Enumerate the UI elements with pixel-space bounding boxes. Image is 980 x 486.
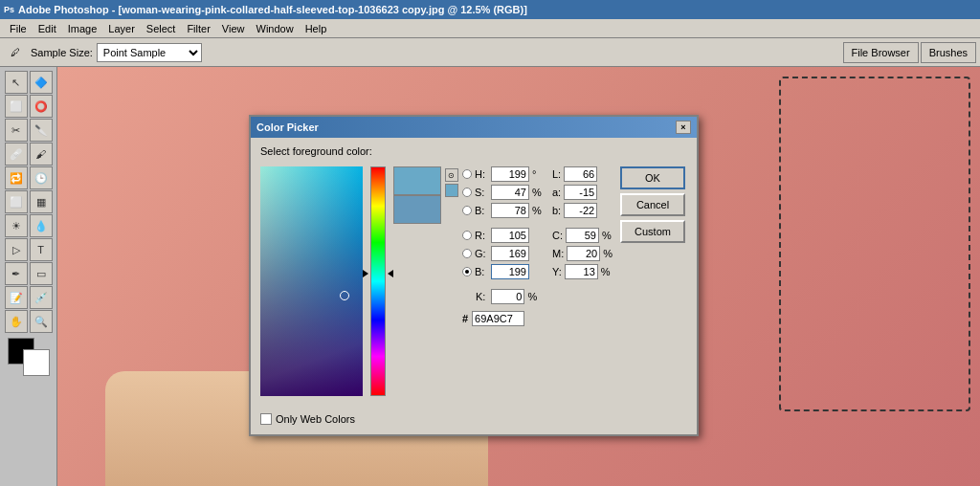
red-label: R:	[475, 230, 488, 241]
hue-field-row: H: ° L:	[462, 166, 612, 182]
hue-slider-container	[370, 166, 386, 396]
sat-input[interactable]	[491, 185, 529, 200]
hex-row: #	[462, 311, 612, 326]
menu-filter[interactable]: Filter	[181, 22, 215, 35]
tool-text[interactable]: T	[30, 238, 53, 261]
tool-gradient[interactable]: ▦	[30, 190, 53, 213]
tool-row-8: ▷ T	[5, 238, 53, 261]
tool-slice[interactable]: 🔪	[30, 119, 53, 142]
bright-input[interactable]	[491, 203, 529, 218]
tool-row-1: ↖ 🔷	[5, 71, 53, 94]
dialog-close-button[interactable]: ×	[676, 121, 691, 134]
k-input[interactable]	[491, 289, 524, 304]
canvas-area: Color Picker × Select foreground color:	[57, 67, 980, 486]
hue-arrow-left	[363, 270, 368, 277]
menu-window[interactable]: Window	[251, 22, 300, 35]
y-input[interactable]	[565, 264, 598, 279]
dialog-right-buttons: OK Cancel Custom	[620, 166, 687, 396]
title-bar: Ps Adobe Photoshop - [woman-wearing-pink…	[0, 0, 980, 19]
hue-unit: °	[532, 168, 542, 180]
tool-row-10: 📝 💉	[5, 286, 53, 309]
bright-radio[interactable]	[462, 206, 472, 215]
tool-clone[interactable]: 🔁	[5, 166, 28, 189]
menu-layer[interactable]: Layer	[102, 22, 141, 35]
red-input[interactable]	[491, 228, 529, 243]
hue-slider[interactable]	[370, 166, 386, 396]
tool-path-select[interactable]: ▷	[5, 238, 28, 261]
red-radio[interactable]	[462, 231, 472, 240]
tool-dodge[interactable]: ☀	[5, 214, 28, 237]
color-preview: ⊙	[393, 166, 441, 396]
color-gradient-picker[interactable]	[260, 166, 363, 396]
tool-pen[interactable]: ✒	[5, 262, 28, 285]
menu-edit[interactable]: Edit	[33, 22, 62, 35]
k-pct: %	[527, 291, 537, 302]
sat-unit: %	[532, 187, 542, 198]
c-input[interactable]	[566, 228, 599, 243]
dialog-titlebar: Color Picker ×	[251, 117, 697, 138]
bright-field-row: B: % b:	[462, 203, 612, 218]
cancel-button[interactable]: Cancel	[620, 193, 685, 216]
preview-icon-1[interactable]: ⊙	[445, 168, 458, 182]
web-colors-checkbox[interactable]	[260, 413, 272, 425]
tool-row-9: ✒ ▭	[5, 262, 53, 285]
c-pct: %	[602, 230, 612, 241]
tool-healing[interactable]: 🩹	[5, 143, 28, 166]
menu-file[interactable]: File	[4, 22, 33, 35]
tool-crop[interactable]: ✂	[5, 119, 28, 142]
sample-size-select[interactable]: Point Sample	[97, 43, 202, 62]
green-radio[interactable]	[462, 249, 472, 258]
toolbar-eyedropper[interactable]: 🖊	[4, 41, 27, 64]
blue-field-row: B: Y: %	[462, 264, 612, 279]
tool-shape[interactable]: ▭	[30, 262, 53, 285]
main-area: ↖ 🔷 ⬜ ⭕ ✂ 🔪 🩹 🖌 🔁 🕒 ⬜ ▦ ☀	[0, 67, 980, 486]
brushes-button[interactable]: Brushes	[921, 42, 976, 63]
tool-brush[interactable]: 🖌	[30, 143, 53, 166]
tool-eyedropper[interactable]: 💉	[30, 286, 53, 309]
tool-rect-select[interactable]: ⬜	[5, 95, 28, 118]
hue-radio[interactable]	[462, 169, 472, 179]
tool-hand[interactable]: ✋	[5, 310, 28, 333]
tool-history[interactable]: 🕒	[30, 166, 53, 189]
tool-move[interactable]: ↖	[5, 71, 28, 94]
preview-icon-2[interactable]	[445, 184, 458, 197]
custom-button[interactable]: Custom	[620, 220, 685, 243]
tool-arrow[interactable]: 🔷	[30, 71, 53, 94]
tool-row-2: ⬜ ⭕	[5, 95, 53, 118]
tool-blur[interactable]: 💧	[30, 214, 53, 237]
toolbar: 🖊 Sample Size: Point Sample File Browser…	[0, 38, 980, 67]
file-browser-button[interactable]: File Browser	[843, 42, 919, 63]
toolbox: ↖ 🔷 ⬜ ⭕ ✂ 🔪 🩹 🖌 🔁 🕒 ⬜ ▦ ☀	[0, 67, 57, 486]
ok-button[interactable]: OK	[620, 166, 685, 189]
tool-notes[interactable]: 📝	[5, 286, 28, 309]
hex-input[interactable]	[472, 311, 524, 326]
green-label: G:	[475, 248, 488, 259]
b-input[interactable]	[564, 203, 597, 218]
ps-logo: Ps	[4, 5, 14, 14]
blue-input[interactable]	[491, 264, 529, 279]
hue-input[interactable]	[491, 166, 529, 182]
menu-select[interactable]: Select	[141, 22, 182, 35]
background-color-swatch[interactable]	[23, 349, 50, 376]
tool-row-11: ✋ 🔍	[5, 310, 53, 333]
a-input[interactable]	[564, 185, 597, 200]
tool-row-7: ☀ 💧	[5, 214, 53, 237]
blue-label: B:	[475, 266, 488, 277]
hash-sign: #	[462, 313, 468, 324]
color-old-swatch	[393, 195, 441, 224]
web-colors-row: Only Web Colors	[251, 413, 697, 434]
sat-radio[interactable]	[462, 188, 472, 197]
menu-image[interactable]: Image	[62, 22, 103, 35]
preview-icons: ⊙	[445, 168, 458, 197]
tool-eraser[interactable]: ⬜	[5, 190, 28, 213]
tool-zoom[interactable]: 🔍	[30, 310, 53, 333]
k-label: K:	[476, 291, 485, 302]
m-input[interactable]	[567, 246, 600, 261]
menu-help[interactable]: Help	[300, 22, 333, 35]
tool-lasso[interactable]: ⭕	[30, 95, 53, 118]
l-input[interactable]	[564, 166, 597, 182]
c-label: C:	[552, 230, 563, 241]
menu-view[interactable]: View	[216, 22, 251, 35]
green-input[interactable]	[491, 246, 529, 261]
blue-radio[interactable]	[462, 267, 472, 276]
